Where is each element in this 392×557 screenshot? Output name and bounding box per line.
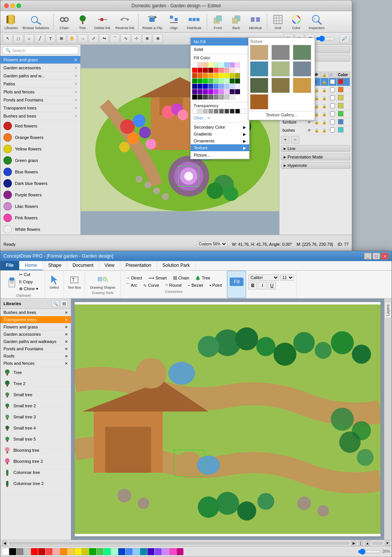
color-cell[interactable] <box>192 95 197 100</box>
color-cell[interactable] <box>203 84 208 89</box>
strip-color-cell[interactable] <box>60 548 67 555</box>
bl-cat-garden-paths[interactable]: Garden paths and walkways ✕ <box>0 338 71 345</box>
color-cell[interactable] <box>235 95 240 100</box>
win-maximize-btn[interactable]: □ <box>372 253 380 260</box>
library-search-btn[interactable]: 🔍 <box>52 300 59 307</box>
category-plots-fences[interactable]: Plots and fences ✕ <box>0 88 80 96</box>
color-cell[interactable] <box>214 62 219 67</box>
side-tab-layers[interactable]: Layers <box>384 302 392 319</box>
paste-btn[interactable]: ✂ Cut ⎘ Copy ⊕ Clone ▾ <box>4 271 42 293</box>
color-cell[interactable] <box>208 95 213 100</box>
layer-color-swatch[interactable] <box>338 111 343 116</box>
layer-visible-checkbox[interactable] <box>330 103 335 108</box>
layer-visible-checkbox[interactable] <box>330 95 335 100</box>
layer-visible-checkbox[interactable] <box>330 87 335 92</box>
round-btn[interactable]: ⌔ Round <box>163 282 184 289</box>
strip-color-cell[interactable] <box>82 548 89 555</box>
strip-color-cell[interactable] <box>31 548 38 555</box>
dd-texture[interactable]: Texture ▶ <box>191 144 249 151</box>
hscroll-split-btn[interactable]: | <box>358 541 363 546</box>
tb2-b5[interactable]: ⊕ <box>153 34 163 43</box>
strip-color-cell[interactable] <box>140 548 147 555</box>
color-cell[interactable] <box>208 78 213 83</box>
color-cell[interactable] <box>203 62 208 67</box>
bl-x-icon[interactable]: ✕ <box>65 332 68 336</box>
direct-btn[interactable]: → Direct <box>123 275 145 281</box>
bl-cat-garden-accessories[interactable]: Garden accessories ✕ <box>0 331 71 338</box>
cat-close-icon[interactable]: ✕ <box>74 82 77 86</box>
texture-cell[interactable] <box>250 61 268 77</box>
list-item-small-tree-3[interactable]: Small tree 3 <box>0 412 71 423</box>
strip-color-cell[interactable] <box>133 548 140 555</box>
trans-cell[interactable] <box>219 109 224 114</box>
color-cell[interactable] <box>219 62 224 67</box>
presentation-header[interactable]: ▶ Presentation Mode <box>281 154 350 160</box>
trans-cell[interactable] <box>198 109 203 114</box>
bl-cat-bushes-trees[interactable]: Bushes and trees ✕ <box>0 309 71 316</box>
layer-check[interactable] <box>328 102 336 110</box>
color-cell[interactable] <box>214 73 219 78</box>
tb2-ellipse[interactable]: ○ <box>24 34 34 43</box>
bl-cat-plots-fences[interactable]: Plots and fences ✕ <box>0 360 71 367</box>
swatch-orange-flowers[interactable]: Orange flowers <box>0 132 80 143</box>
tab-file[interactable]: File <box>0 261 20 270</box>
strip-color-cell[interactable] <box>147 548 154 555</box>
tab-document[interactable]: Document <box>67 261 99 270</box>
font-family-select[interactable]: Calibri <box>248 274 279 281</box>
color-cell[interactable] <box>224 68 229 73</box>
color-cell[interactable] <box>219 68 224 73</box>
swatch-red-flowers[interactable]: Red flowers <box>0 120 80 132</box>
category-transparent-trees[interactable]: Transparent trees ✕ <box>0 104 80 112</box>
color-cell[interactable] <box>203 78 208 83</box>
toolbar-color[interactable]: Color <box>288 13 305 31</box>
color-cell[interactable] <box>224 73 229 78</box>
layer-check[interactable] <box>328 118 336 126</box>
strip-color-cell[interactable] <box>104 548 111 555</box>
bl-x-icon[interactable]: ✕ <box>65 310 68 315</box>
trans-cell[interactable] <box>224 109 229 114</box>
tab-shape[interactable]: Shape <box>43 261 67 270</box>
list-item-tree[interactable]: Tree <box>0 367 71 378</box>
texture-cell[interactable] <box>271 78 290 93</box>
strip-color-cell[interactable] <box>89 548 96 555</box>
tb2-smart[interactable]: ↬ <box>99 34 109 43</box>
color-cell[interactable] <box>203 95 208 100</box>
italic-btn[interactable]: I <box>258 282 266 289</box>
color-cell[interactable] <box>208 84 213 89</box>
strip-color-cell[interactable] <box>162 548 169 555</box>
dd-gradients[interactable]: Gradients ▶ <box>191 131 249 137</box>
clone-btn[interactable]: ⊕ Clone ▾ <box>16 286 41 292</box>
color-cell[interactable] <box>235 73 240 78</box>
layer-lock[interactable]: 🔒 <box>321 110 328 118</box>
strip-color-cell[interactable] <box>169 548 176 555</box>
tb2-line[interactable]: ╱ <box>35 34 45 43</box>
tb2-connector[interactable]: ⤢ <box>88 34 98 43</box>
dd-no-fill[interactable]: No Fill <box>191 38 249 46</box>
color-cell[interactable] <box>230 73 235 78</box>
color-cell[interactable] <box>230 89 235 94</box>
bl-cat-roofs[interactable]: Roofs ✕ <box>0 353 71 360</box>
tb2-rect[interactable]: □ <box>13 34 23 43</box>
bl-x-icon[interactable]: ✕ <box>65 347 68 351</box>
strip-color-cell[interactable] <box>2 548 9 555</box>
texture-cell[interactable] <box>271 45 290 60</box>
bl-x-icon[interactable]: ✕ <box>65 325 68 329</box>
texture-cell[interactable] <box>271 61 290 77</box>
layer-lock[interactable]: 🔒 <box>321 126 328 134</box>
trans-cell[interactable] <box>192 109 197 114</box>
bl-cat-transparent-trees[interactable]: Transparent trees ✕ <box>0 316 71 323</box>
win-close-btn[interactable]: ✕ <box>381 253 389 260</box>
toolbar-front[interactable]: Front <box>209 13 226 31</box>
maximize-button[interactable] <box>16 3 21 8</box>
color-cell[interactable] <box>214 78 219 83</box>
toolbar-libraries[interactable]: Libraries <box>3 13 20 31</box>
tab-solution-park[interactable]: Solution Park <box>157 261 195 270</box>
color-cell[interactable] <box>214 84 219 89</box>
trans-cell[interactable] <box>214 109 219 114</box>
color-cell[interactable] <box>224 78 229 83</box>
color-cell[interactable] <box>224 62 229 67</box>
list-item-small-tree-2[interactable]: Small tree 2 <box>0 400 71 412</box>
cat-close-icon[interactable]: ✕ <box>74 58 77 62</box>
color-cell[interactable] <box>208 62 213 67</box>
color-cell[interactable] <box>224 84 229 89</box>
